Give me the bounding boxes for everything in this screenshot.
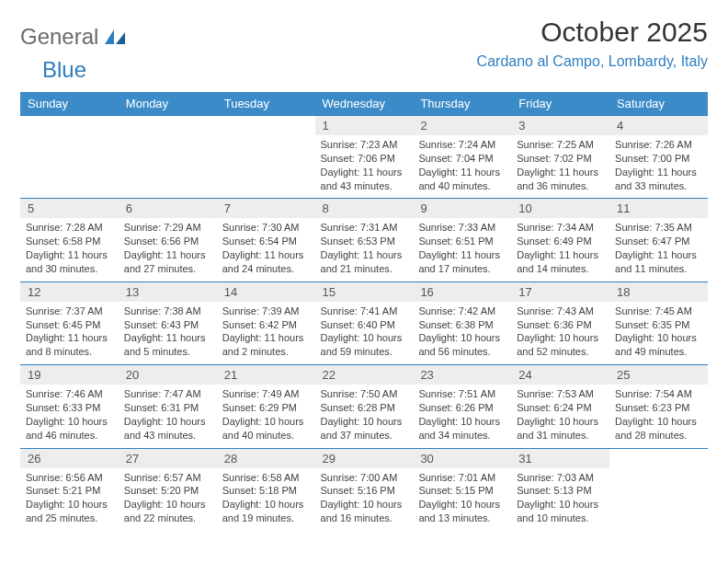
day-number: 12 (20, 282, 119, 302)
day-number: 21 (217, 365, 315, 385)
day-cell-body: Sunrise: 7:53 AMSunset: 6:24 PMDaylight:… (511, 385, 609, 447)
day-number: 6 (119, 199, 217, 218)
day-cell-body: Sunrise: 7:31 AMSunset: 6:53 PMDaylight:… (315, 218, 414, 281)
svg-marker-0 (105, 29, 114, 44)
day-number: 24 (511, 365, 609, 385)
day-number: 18 (609, 282, 708, 302)
day-number: 10 (511, 199, 609, 218)
day-cell-body: Sunrise: 6:56 AMSunset: 5:21 PMDaylight:… (20, 468, 119, 531)
day-number: 9 (413, 199, 511, 218)
day-cell-body: Sunrise: 7:37 AMSunset: 6:45 PMDaylight:… (20, 302, 119, 364)
day-cell-body: Sunrise: 7:39 AMSunset: 6:42 PMDaylight:… (217, 302, 315, 364)
day-number: 27 (119, 449, 217, 468)
day-number: 3 (511, 116, 609, 135)
calendar-table: SundayMondayTuesdayWednesdayThursdayFrid… (20, 92, 708, 531)
logo: General Blue (20, 24, 125, 83)
weekday-header: Sunday (20, 92, 119, 116)
day-number: 25 (609, 365, 708, 385)
weekday-header-row: SundayMondayTuesdayWednesdayThursdayFrid… (20, 92, 708, 116)
day-cell-body: Sunrise: 7:49 AMSunset: 6:29 PMDaylight:… (217, 385, 315, 447)
day-cell-body: Sunrise: 7:50 AMSunset: 6:28 PMDaylight:… (315, 385, 414, 447)
day-cell-body: Sunrise: 7:28 AMSunset: 6:58 PMDaylight:… (20, 218, 119, 281)
day-number: 8 (315, 199, 414, 218)
day-cell-body: Sunrise: 7:43 AMSunset: 6:36 PMDaylight:… (511, 302, 609, 364)
day-number: 31 (511, 449, 609, 468)
day-cell-body: Sunrise: 7:30 AMSunset: 6:54 PMDaylight:… (217, 218, 315, 281)
day-number: 5 (20, 199, 119, 218)
day-cell-body: Sunrise: 7:03 AMSunset: 5:13 PMDaylight:… (511, 468, 609, 531)
day-cell-body: Sunrise: 7:23 AMSunset: 7:06 PMDaylight:… (315, 135, 414, 198)
day-number: 1 (315, 116, 414, 135)
day-cell-body: Sunrise: 7:25 AMSunset: 7:02 PMDaylight:… (511, 135, 609, 198)
day-cell-body: Sunrise: 7:24 AMSunset: 7:04 PMDaylight:… (413, 135, 511, 198)
day-cell-body: Sunrise: 6:58 AMSunset: 5:18 PMDaylight:… (217, 468, 315, 531)
day-number (20, 116, 119, 135)
day-cell-body: Sunrise: 7:54 AMSunset: 6:23 PMDaylight:… (609, 385, 708, 447)
day-number: 26 (20, 449, 119, 468)
day-number: 30 (413, 449, 511, 468)
day-number: 2 (413, 116, 511, 135)
weekday-header: Monday (119, 92, 217, 116)
day-number: 14 (217, 282, 315, 302)
logo-text-general: General (20, 24, 98, 49)
day-number (609, 449, 708, 468)
day-cell-body: Sunrise: 7:35 AMSunset: 6:47 PMDaylight:… (609, 218, 708, 281)
day-number: 7 (217, 199, 315, 218)
day-cell-body: Sunrise: 7:34 AMSunset: 6:49 PMDaylight:… (511, 218, 609, 281)
day-number: 16 (413, 282, 511, 302)
day-number: 19 (20, 365, 119, 385)
day-number: 22 (315, 365, 414, 385)
day-cell-body: Sunrise: 7:41 AMSunset: 6:40 PMDaylight:… (315, 302, 414, 364)
svg-marker-1 (116, 32, 125, 44)
weekday-header: Friday (511, 92, 609, 116)
day-cell-body: Sunrise: 7:45 AMSunset: 6:35 PMDaylight:… (609, 302, 708, 364)
day-cell-body: Sunrise: 7:47 AMSunset: 6:31 PMDaylight:… (119, 385, 217, 447)
day-cell-body: Sunrise: 7:01 AMSunset: 5:15 PMDaylight:… (413, 468, 511, 531)
weekday-header: Saturday (609, 92, 708, 116)
day-cell-body: Sunrise: 7:38 AMSunset: 6:43 PMDaylight:… (119, 302, 217, 364)
day-cell-body: Sunrise: 6:57 AMSunset: 5:20 PMDaylight:… (119, 468, 217, 531)
day-number: 15 (315, 282, 414, 302)
day-cell-body: Sunrise: 7:29 AMSunset: 6:56 PMDaylight:… (119, 218, 217, 281)
day-cell-body: Sunrise: 7:42 AMSunset: 6:38 PMDaylight:… (413, 302, 511, 364)
day-cell-body: Sunrise: 7:00 AMSunset: 5:16 PMDaylight:… (315, 468, 414, 531)
month-title: October 2025 (477, 17, 708, 48)
day-number: 13 (119, 282, 217, 302)
day-number: 23 (413, 365, 511, 385)
day-number (119, 116, 217, 135)
day-cell-body: Sunrise: 7:51 AMSunset: 6:26 PMDaylight:… (413, 385, 511, 447)
logo-sail-icon (105, 29, 125, 48)
weekday-header: Wednesday (315, 92, 414, 116)
day-number: 28 (217, 449, 315, 468)
day-number: 4 (609, 116, 708, 135)
day-cell-body: Sunrise: 7:46 AMSunset: 6:33 PMDaylight:… (20, 385, 119, 447)
logo-text-blue: Blue (42, 57, 86, 82)
header: General Blue October 2025 Cardano al Cam… (20, 17, 708, 83)
day-number: 11 (609, 199, 708, 218)
day-number: 29 (315, 449, 414, 468)
day-number: 17 (511, 282, 609, 302)
title-block: October 2025 Cardano al Campo, Lombardy,… (477, 17, 708, 70)
day-cell-body: Sunrise: 7:26 AMSunset: 7:00 PMDaylight:… (609, 135, 708, 198)
day-cell-body: Sunrise: 7:33 AMSunset: 6:51 PMDaylight:… (413, 218, 511, 281)
weekday-header: Thursday (413, 92, 511, 116)
day-number: 20 (119, 365, 217, 385)
location: Cardano al Campo, Lombardy, Italy (477, 53, 708, 70)
day-number (217, 116, 315, 135)
weekday-header: Tuesday (217, 92, 315, 116)
